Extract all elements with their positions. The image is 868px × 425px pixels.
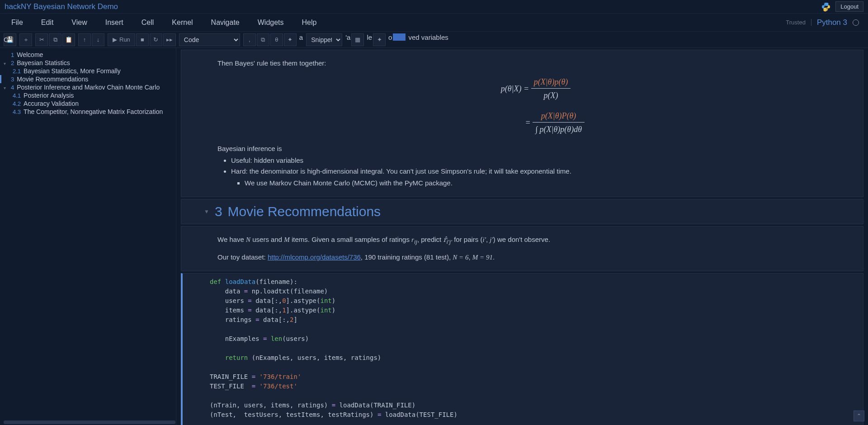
menu-edit[interactable]: Edit	[39, 15, 56, 30]
caret-down-icon[interactable]: ▼	[204, 208, 209, 215]
toc-title-overlay: Co	[4, 36, 12, 43]
paste-button[interactable]: 📋	[62, 33, 75, 46]
trusted-label: Trusted	[786, 19, 811, 26]
menu-cell[interactable]: Cell	[139, 15, 156, 30]
heading-cell-movie[interactable]: ▼ 3 Movie Recommendations	[181, 199, 863, 224]
copy-button[interactable]: ⧉	[49, 33, 61, 46]
toc-label: Posterior Inference and Markov Chain Mon…	[17, 84, 160, 91]
run-label: Run	[119, 36, 130, 43]
toc-num: 4.1	[13, 92, 21, 99]
toc-item-4[interactable]: ▾ 4 Posterior Inference and Markov Chain…	[0, 83, 176, 91]
toolbar-text-at: a	[297, 33, 303, 46]
run-button[interactable]: ▶ Run	[108, 33, 135, 46]
kernel-indicator-icon	[853, 19, 859, 26]
bayes-list: Useful: hidden variables Hard: the denom…	[217, 156, 854, 189]
markdown-cell-desc[interactable]: We have N users and M items. Given a sma…	[181, 226, 863, 271]
toc-item-2-1[interactable]: 2.1 Bayesian Statistics, More Formally	[0, 67, 176, 75]
blue-box-icon[interactable]	[393, 33, 406, 41]
toc-label: Bayesian Statistics, More Formally	[24, 67, 121, 75]
python-icon	[821, 2, 831, 12]
bayes-formula-2: = p(X|θ)P(θ) ∫ p(X|θ)p(θ)dθ	[217, 110, 854, 137]
menu-help[interactable]: Help	[300, 15, 319, 30]
toc-item-4-2[interactable]: 4.2 Accuracy Validation	[0, 99, 176, 108]
toc-item-4-3[interactable]: 4.3 The Competitor, Nonnegative Matrix F…	[0, 108, 176, 116]
cut-button[interactable]: ✂	[35, 33, 48, 46]
notebook-title[interactable]: hackNY Bayesian Network Demo	[5, 2, 118, 11]
move-up-button[interactable]: ↑	[78, 33, 91, 46]
add-cell-button[interactable]: ＋	[19, 33, 32, 46]
menu-kernel[interactable]: Kernel	[170, 15, 195, 30]
snippets-select[interactable]: Snippets	[306, 33, 342, 46]
bayes-intro: Then Bayes' rule ties them together:	[217, 58, 854, 69]
ext-btn-6[interactable]: ✦	[373, 33, 386, 46]
toc-num: 3	[11, 76, 14, 83]
toc-label: Bayesian Statistics	[17, 59, 70, 66]
toc-label: Posterior Analysis	[24, 92, 74, 99]
toc-label: The Competitor, Nonnegative Matrix Facto…	[24, 108, 163, 115]
ext-btn-1[interactable]: ,	[243, 33, 256, 46]
ext-btn-2[interactable]: ⧉	[257, 33, 269, 46]
menubar-left: File Edit View Insert Cell Kernel Naviga…	[9, 15, 319, 30]
restart-button[interactable]: ↻	[150, 33, 162, 46]
stop-button[interactable]: ■	[136, 33, 149, 46]
toc-label: Movie Recommendations	[17, 76, 88, 83]
toc-item-1[interactable]: 1 Welcome	[0, 51, 176, 59]
menu-navigate[interactable]: Navigate	[209, 15, 242, 30]
toolbar-text-le: le	[365, 33, 372, 46]
heading-title: Movie Recommendations	[228, 204, 381, 219]
toolbar: Co 💾 ＋ ✂ ⧉ 📋 ↑ ↓ ▶ Run ■ ↻ ▸▸ Code , ⧉ θ…	[0, 32, 868, 48]
move-down-button[interactable]: ↓	[92, 33, 104, 46]
header-bar: hackNY Bayesian Network Demo Logout	[0, 0, 868, 14]
toc-item-2[interactable]: ▾ 2 Bayesian Statistics	[0, 59, 176, 67]
notebook-area[interactable]: Then Bayes' rule ties them together: p(θ…	[176, 48, 868, 425]
run-all-button[interactable]: ▸▸	[163, 33, 176, 46]
toc-num: 2	[11, 60, 14, 66]
toc-num: 1	[11, 52, 14, 58]
code-block[interactable]: def loadData(filename): data = np.loadtx…	[210, 277, 859, 425]
list-item: Hard: the denominator is high-dimensiona…	[231, 166, 854, 189]
caret-down-icon: ▾	[4, 85, 8, 90]
toc-label: Accuracy Validation	[24, 100, 79, 107]
bayes-inference-is: Bayesian inference is	[217, 144, 854, 154]
menu-view[interactable]: View	[69, 15, 89, 30]
list-item: Useful: hidden variables	[231, 156, 854, 166]
main: 1 Welcome ▾ 2 Bayesian Statistics 2.1 Ba…	[0, 48, 868, 425]
toc-num: 4.2	[13, 100, 21, 107]
menubar-right: Trusted Python 3	[786, 18, 859, 27]
list-item: We use Markov Chain Monte Carlo (MCMC) w…	[245, 178, 854, 189]
dataset-link[interactable]: http://mlcomp.org/datasets/736	[268, 253, 361, 261]
menu-widgets[interactable]: Widgets	[255, 15, 286, 30]
scroll-top-button[interactable]: ⌃	[854, 411, 864, 421]
heading-num: 3	[215, 204, 222, 219]
toc-num: 4.3	[13, 109, 21, 115]
toc-sidebar: 1 Welcome ▾ 2 Bayesian Statistics 2.1 Ba…	[0, 48, 176, 425]
kernel-name[interactable]: Python 3	[817, 18, 847, 27]
toolbar-text-tail: ved variables	[406, 33, 448, 46]
toolbar-text-a: 'a	[344, 33, 350, 46]
sidebar-scrollbar[interactable]	[4, 420, 175, 424]
header-right: Logout	[821, 1, 863, 12]
toc-num: 2.1	[13, 68, 21, 75]
cell-type-select[interactable]: Code	[179, 33, 240, 46]
ext-btn-4[interactable]: ✦	[284, 33, 297, 46]
menu-insert[interactable]: Insert	[103, 15, 126, 30]
toc-label: Welcome	[17, 51, 43, 58]
menu-file[interactable]: File	[9, 15, 25, 30]
toc-item-4-1[interactable]: 4.1 Posterior Analysis	[0, 91, 176, 99]
desc-line-2: Our toy dataset: http://mlcomp.org/datas…	[217, 252, 854, 263]
bayes-formula-1: p(θ|X) = p(X|θ)p(θ) p(X)	[217, 76, 854, 103]
ext-btn-theta[interactable]: θ	[270, 33, 283, 46]
code-cell-loaddata[interactable]: def loadData(filename): data = np.loadtx…	[181, 273, 863, 425]
toc-item-3[interactable]: 3 Movie Recommendations	[0, 75, 176, 83]
toc-num: 4	[11, 84, 14, 91]
toolbar-text-o: o	[387, 33, 392, 46]
logout-button[interactable]: Logout	[835, 1, 863, 12]
menubar: File Edit View Insert Cell Kernel Naviga…	[0, 14, 868, 32]
caret-down-icon: ▾	[4, 61, 8, 66]
ext-btn-5[interactable]: ▦	[351, 33, 364, 46]
desc-line-1: We have N users and M items. Given a sma…	[217, 235, 854, 246]
markdown-cell-bayes[interactable]: Then Bayes' rule ties them together: p(θ…	[181, 50, 863, 197]
